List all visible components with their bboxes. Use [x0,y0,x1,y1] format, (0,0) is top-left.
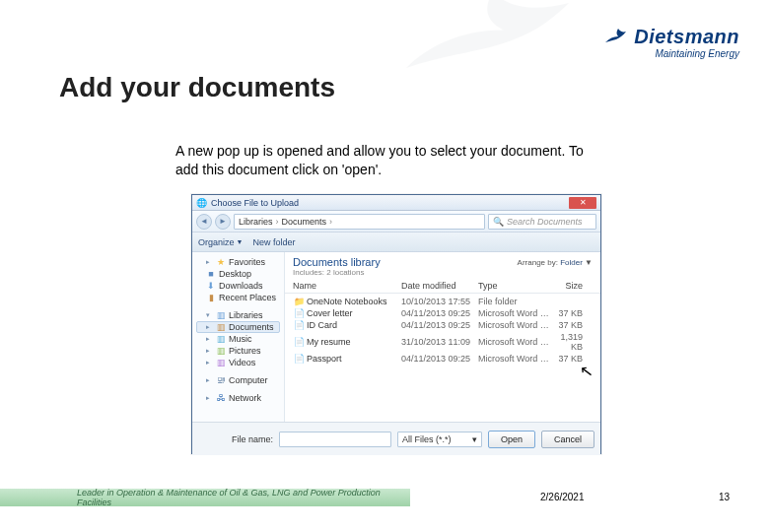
file-type: Microsoft Word D… [478,308,555,318]
filename-input[interactable] [279,432,391,447]
breadcrumb-root: Libraries [239,217,273,227]
col-date[interactable]: Date modified [401,281,478,291]
organize-menu[interactable]: Organize ▼ [198,237,243,247]
file-date: 10/10/2013 17:55 [401,297,478,306]
dialog-sidebar: ▸★Favorites ■Desktop ⬇Downloads ▮Recent … [192,252,285,422]
sidebar-item-computer[interactable]: ▸🖳Computer [196,374,280,386]
sidebar-item-pictures[interactable]: ▸▥Pictures [196,345,280,357]
slide-footer-tagline: Leader in Operation & Maintenance of Oil… [0,489,410,506]
dialog-footer: File name: All Files (*.*)▾ Open Cancel [192,422,600,455]
cursor-icon: ↖ [579,361,594,381]
file-date: 31/10/2013 11:09 [401,337,478,347]
dialog-titlebar: 🌐 Choose File to Upload ✕ [192,195,600,211]
watermark-bird [384,0,601,89]
sidebar-libraries-header[interactable]: ▾▥Libraries [196,309,280,321]
file-name: Passport [307,354,401,364]
chevron-right-icon: › [329,217,332,227]
brand-logo: Dietsmann Maintaining Energy [604,26,739,59]
bird-icon [604,26,632,50]
chevron-down-icon: ▾ [472,434,477,444]
file-date: 04/11/2013 09:25 [401,308,478,318]
chevron-down-icon: ▼ [237,238,244,245]
sidebar-item-desktop[interactable]: ■Desktop [196,268,280,280]
file-size: 1,319 KB [555,332,593,352]
chevron-right-icon: › [276,217,279,227]
file-type: File folder [478,297,555,306]
close-button[interactable]: ✕ [569,197,596,209]
file-name: My resume [307,337,401,347]
column-headers[interactable]: Name Date modified Type Size [285,277,600,294]
nav-forward-button[interactable]: ► [215,214,231,230]
document-icon: 📄 [293,354,305,364]
slide-title: Add your documents [59,72,335,103]
file-name: Cover letter [307,308,401,318]
col-size[interactable]: Size [555,281,593,291]
slide-body-text: A new pop up is opened and allow you to … [175,142,609,179]
dialog-file-list: Arrange by: Folder ▼ Documents library I… [285,252,600,422]
dialog-nav: ◄ ► Libraries › Documents › 🔍 Search Doc… [192,211,600,233]
cancel-button[interactable]: Cancel [541,431,594,448]
document-icon: 📄 [293,320,305,330]
dialog-toolbar: Organize ▼ New folder [192,233,600,252]
col-name[interactable]: Name [293,281,401,291]
dialog-title: Choose File to Upload [211,198,299,208]
search-input[interactable]: 🔍 Search Documents [488,214,596,230]
sidebar-item-documents[interactable]: ▸▥Documents [196,321,280,333]
app-icon: 🌐 [196,198,207,208]
file-type: Microsoft Word D… [478,320,555,330]
breadcrumb-current: Documents [282,217,327,227]
chevron-down-icon: ▼ [585,258,593,267]
sidebar-item-recent[interactable]: ▮Recent Places [196,292,280,303]
slide-page-number: 13 [719,492,730,502]
file-row[interactable]: 📁OneNote Notebooks10/10/2013 17:55File f… [293,296,593,307]
arrange-by-menu[interactable]: Arrange by: Folder ▼ [518,258,593,267]
slide-date: 2/26/2021 [540,492,585,502]
file-row[interactable]: 📄My resume31/10/2013 11:09Microsoft Word… [293,331,593,353]
sidebar-item-music[interactable]: ▸▥Music [196,333,280,345]
library-subheading: Includes: 2 locations [293,268,593,277]
document-icon: 📄 [293,308,305,318]
sidebar-item-downloads[interactable]: ⬇Downloads [196,280,280,292]
col-type[interactable]: Type [478,281,555,291]
file-row[interactable]: 📄Passport04/11/2013 09:25Microsoft Word … [293,353,593,365]
search-placeholder: Search Documents [507,217,583,227]
sidebar-favorites-header[interactable]: ▸★Favorites [196,256,280,268]
file-type: Microsoft Word D… [478,337,555,347]
file-size: 37 KB [555,320,593,330]
open-button[interactable]: Open [488,431,535,448]
sidebar-item-network[interactable]: ▸🖧Network [196,392,280,404]
file-date: 04/11/2013 09:25 [401,354,478,364]
file-date: 04/11/2013 09:25 [401,320,478,330]
address-bar[interactable]: Libraries › Documents › [234,214,485,230]
search-icon: 🔍 [493,217,504,227]
folder-icon: 📁 [293,297,305,306]
brand-name: Dietsmann [634,26,739,47]
sidebar-item-videos[interactable]: ▸▥Videos [196,357,280,368]
nav-back-button[interactable]: ◄ [196,214,212,230]
file-name: ID Card [307,320,401,330]
filename-label: File name: [232,434,273,444]
file-type: Microsoft Word D… [478,354,555,364]
new-folder-button[interactable]: New folder [252,237,295,247]
file-name: OneNote Notebooks [307,297,401,306]
file-dialog: 🌐 Choose File to Upload ✕ ◄ ► Libraries … [191,194,601,454]
file-size: 37 KB [555,308,593,318]
filetype-select[interactable]: All Files (*.*)▾ [397,432,482,447]
file-row[interactable]: 📄ID Card04/11/2013 09:25Microsoft Word D… [293,319,593,331]
file-row[interactable]: 📄Cover letter04/11/2013 09:25Microsoft W… [293,307,593,319]
document-icon: 📄 [293,337,305,347]
